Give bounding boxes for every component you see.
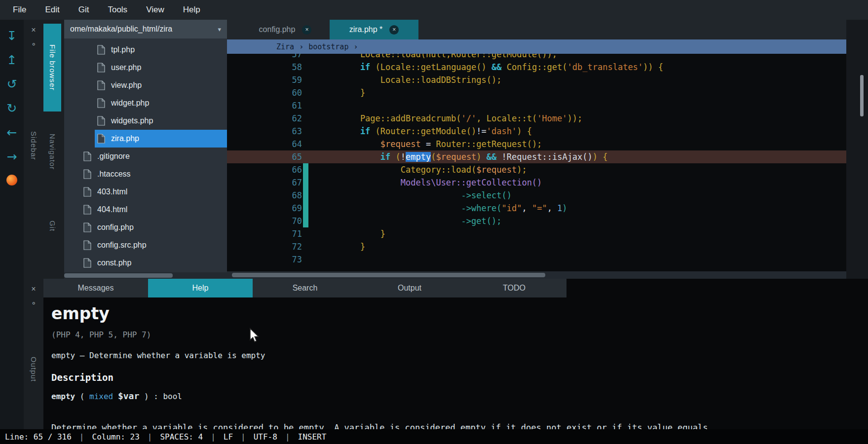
back-arrow-icon[interactable]: ← — [7, 126, 17, 139]
tree-item[interactable]: tpl.php — [64, 41, 227, 59]
code-line[interactable]: 62 Page::addBreadcrumb('/', Locale::t('H… — [227, 112, 846, 125]
code-token: Locale::load(null,Router::getModule()); — [320, 54, 557, 59]
editor-vscrollbar[interactable] — [846, 20, 868, 279]
code-line[interactable]: 65 if (!empty($request) && !Request::isA… — [227, 150, 846, 163]
git-change-marker — [303, 189, 308, 202]
panel-tab-output[interactable]: Output — [357, 279, 462, 297]
download-icon[interactable]: ↧ — [7, 30, 17, 42]
code-area[interactable]: 57 Locale::load(null,Router::getModule()… — [227, 54, 846, 271]
tree-item[interactable]: zira.php — [64, 130, 227, 148]
code-token: ) — [476, 152, 481, 162]
menu-help[interactable]: Help — [176, 2, 207, 17]
code-text: if (!empty($request) && !Request::isAjax… — [306, 150, 846, 163]
tree-item[interactable]: .htaccess — [64, 165, 227, 183]
vtab-git[interactable]: Git — [43, 210, 61, 242]
code-line[interactable]: 68 ->select() — [227, 189, 846, 202]
file-icon — [83, 222, 92, 232]
left-toolbar: ↧↥↺↻←→ — [0, 20, 24, 429]
help-signature: empty ( mixed $var ) : bool — [51, 391, 858, 402]
code-line[interactable]: 67 Models\User::getCollection() — [227, 176, 846, 189]
code-line[interactable]: 70 ->get(); — [227, 215, 846, 227]
tab-close-icon[interactable]: × — [302, 25, 311, 35]
statusbar-item: INSERT — [298, 432, 327, 442]
statusbar-item: Column: 23 — [92, 432, 140, 442]
path-bar[interactable]: ome/makaka/public_html/zira ▾ — [64, 20, 227, 38]
code-text: if (Router::getModule()!='dash') { — [306, 125, 846, 138]
menu-git[interactable]: Git — [72, 2, 96, 17]
code-line[interactable]: 63 if (Router::getModule()!='dash') { — [227, 125, 846, 138]
file-icon — [97, 63, 106, 73]
vtab-file-browser[interactable]: File browser — [43, 24, 61, 111]
menu-tools[interactable]: Tools — [101, 2, 134, 17]
code-text — [306, 99, 846, 112]
editor-hscrollbar[interactable] — [227, 271, 846, 279]
editor-tab[interactable]: config.php× — [241, 20, 330, 39]
panel-collapse-button[interactable]: ∘ — [28, 297, 39, 308]
tree-item-inner: 403.html — [81, 183, 227, 201]
code-line[interactable]: 64 $request = Router::getRequest(); — [227, 138, 846, 150]
vtab-navigator[interactable]: Navigator — [43, 119, 61, 185]
panel-tab-messages[interactable]: Messages — [43, 279, 148, 297]
tab-close-icon[interactable]: × — [389, 25, 399, 35]
code-line[interactable]: 61 — [227, 99, 846, 112]
upload-icon[interactable]: ↥ — [7, 54, 17, 66]
panel-tab-search[interactable]: Search — [253, 279, 357, 297]
sidebar-close-button[interactable]: × — [28, 25, 39, 36]
code-token: , Locale::t( — [476, 113, 537, 123]
tree-item-inner: widget.php — [95, 94, 227, 112]
code-line[interactable]: 69 ->where("id", "=", 1) — [227, 202, 846, 215]
statusbar-separator: | — [148, 432, 152, 442]
breadcrumb-item[interactable]: Zira — [276, 42, 294, 51]
panel-tabs-strip: MessagesHelpSearchOutputTODO — [43, 279, 566, 297]
code-token: Router::getRequest(); — [436, 139, 542, 149]
tree-item[interactable]: .gitignore — [64, 148, 227, 165]
menu-edit[interactable]: Edit — [38, 2, 66, 17]
editor-tab[interactable]: zira.php *× — [330, 20, 418, 39]
scrollbar-thumb[interactable] — [64, 273, 173, 278]
panel-tab-todo[interactable]: TODO — [462, 279, 566, 297]
code-line[interactable]: 71 } — [227, 227, 846, 240]
code-line[interactable]: 58 if (Locale::getLanguage() && Config::… — [227, 61, 846, 74]
statusbar-item: LF — [224, 432, 233, 442]
signature-token — [113, 392, 118, 401]
code-line[interactable]: 59 Locale::loadDBStrings(); — [227, 74, 846, 86]
code-line[interactable]: 57 Locale::load(null,Router::getModule()… — [227, 54, 846, 61]
tree-item[interactable]: widgets.php — [64, 112, 227, 130]
tree-item[interactable]: user.php — [64, 59, 227, 76]
undo-icon[interactable]: ↺ — [7, 78, 17, 90]
browser-icon[interactable] — [6, 175, 17, 185]
panel-tab-help[interactable]: Help — [148, 279, 253, 297]
code-line[interactable]: 66 Category::load($request); — [227, 163, 846, 176]
code-token: empty — [406, 152, 431, 162]
code-token: ( — [431, 152, 436, 162]
redo-icon[interactable]: ↻ — [7, 102, 17, 114]
code-text: } — [306, 86, 846, 99]
scrollbar-thumb[interactable] — [232, 273, 545, 277]
code-token: , — [547, 203, 557, 213]
tree-item[interactable]: 404.html — [64, 201, 227, 219]
filetree-hscrollbar[interactable] — [64, 272, 227, 279]
code-token: ); — [517, 165, 527, 175]
code-line[interactable]: 73 — [227, 253, 846, 266]
file-name: config.php — [97, 223, 134, 232]
tree-item[interactable]: config.src.php — [64, 236, 227, 254]
line-number: 69 — [227, 202, 306, 215]
tree-item[interactable]: const.php — [64, 254, 227, 272]
panel-close-button[interactable]: × — [28, 284, 39, 295]
chevron-down-icon[interactable]: ▾ — [218, 26, 221, 33]
code-line[interactable]: 72 } — [227, 240, 846, 253]
forward-arrow-icon[interactable]: → — [7, 150, 17, 163]
tree-item[interactable]: 403.html — [64, 183, 227, 201]
tree-item[interactable]: widget.php — [64, 94, 227, 112]
menu-file[interactable]: File — [6, 2, 33, 17]
sidebar-collapse-button[interactable]: ∘ — [28, 38, 39, 49]
sidebar-vtabs: File browserNavigatorGit — [43, 20, 64, 279]
scrollbar-thumb[interactable] — [860, 75, 864, 116]
tree-item[interactable]: config.php — [64, 219, 227, 236]
code-token: 'dash' — [487, 126, 517, 136]
menu-view[interactable]: View — [139, 2, 171, 17]
code-line[interactable]: 60 } — [227, 86, 846, 99]
tree-item[interactable]: view.php — [64, 76, 227, 94]
code-token: } — [320, 242, 365, 252]
breadcrumb-item[interactable]: bootstrap — [308, 42, 348, 51]
